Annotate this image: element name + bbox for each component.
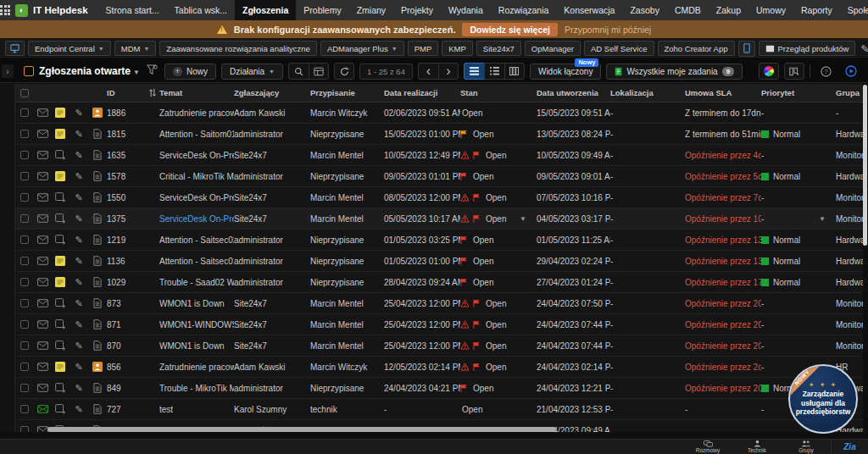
- table-row[interactable]: ✎1886Zatrudnienie pracownik...Adam Kawsk…: [15, 102, 863, 124]
- note-icon[interactable]: [51, 277, 70, 287]
- note-icon[interactable]: [51, 171, 70, 181]
- note-icon[interactable]: [51, 129, 70, 139]
- edit-icon[interactable]: ✎: [70, 256, 88, 267]
- menu-item-konserwacja[interactable]: Konserwacja: [556, 0, 622, 20]
- mail-icon[interactable]: [34, 363, 51, 371]
- request-subject[interactable]: Attention - Saitsec02 W...: [159, 235, 234, 245]
- app-logo[interactable]: ◐ IT Helpdesk: [10, 0, 98, 20]
- table-row[interactable]: ✎1375ServiceDesk On-Premis...Site24x7Mar…: [15, 208, 863, 230]
- mail-icon[interactable]: [34, 235, 51, 244]
- mail-icon[interactable]: [34, 257, 51, 265]
- add-note-icon[interactable]: [51, 298, 70, 308]
- document-icon[interactable]: [88, 213, 107, 224]
- add-note-icon[interactable]: [51, 340, 70, 351]
- product-button-admanager-plus[interactable]: ADManager Plus▼: [320, 41, 404, 56]
- color-theme-icon[interactable]: [759, 63, 779, 80]
- col-header-6[interactable]: Data utworzenia: [537, 88, 610, 97]
- mail-icon[interactable]: [34, 299, 51, 307]
- col-header-8[interactable]: Umowa SLA: [685, 88, 761, 97]
- request-subject[interactable]: Attention - Saitsec01 W...: [159, 257, 234, 266]
- col-header-7[interactable]: Lokalizacja: [610, 88, 685, 97]
- edit-icon[interactable]: ✎: [70, 192, 88, 203]
- col-header-4[interactable]: Data realizacji: [384, 88, 460, 97]
- request-id[interactable]: 1550: [107, 193, 146, 202]
- mail-icon[interactable]: [34, 341, 51, 350]
- row-checkbox[interactable]: [20, 130, 29, 138]
- refresh-icon[interactable]: [334, 63, 354, 80]
- edit-icon[interactable]: ✎: [70, 319, 88, 330]
- product-button-site24x7[interactable]: Site24x7: [476, 41, 521, 56]
- col-header-9[interactable]: Priorytet: [761, 88, 836, 97]
- request-subject[interactable]: Trouble - Saad02 Wind...: [159, 278, 234, 287]
- products-overview-button[interactable]: Przegląd produktów: [759, 41, 856, 56]
- row-checkbox[interactable]: [20, 278, 29, 286]
- horizontal-scrollbar[interactable]: [47, 427, 556, 432]
- edit-icon[interactable]: ✎: [70, 277, 88, 288]
- edit-icon[interactable]: ✎: [70, 383, 88, 394]
- product-button-ad-self-service[interactable]: AD Self Service: [584, 41, 654, 56]
- document-icon[interactable]: [88, 235, 107, 245]
- row-checkbox[interactable]: [20, 235, 29, 244]
- document-icon[interactable]: [88, 404, 107, 414]
- request-id[interactable]: 856: [107, 363, 146, 372]
- edit-icon[interactable]: ✎: [70, 150, 88, 161]
- menu-item-zmiany[interactable]: Zmiany: [349, 0, 393, 20]
- add-note-icon[interactable]: [51, 383, 70, 393]
- product-button-endpoint-central[interactable]: Endpoint Central▼: [28, 41, 111, 56]
- document-icon[interactable]: [88, 319, 107, 329]
- note-icon[interactable]: [51, 108, 70, 118]
- mail-icon[interactable]: [34, 172, 51, 180]
- table-row[interactable]: ✎1219Attention - Saitsec02 W...administr…: [15, 230, 863, 251]
- document-icon[interactable]: [88, 340, 107, 351]
- sort-icon[interactable]: [146, 88, 159, 97]
- edit-icon[interactable]: ✎: [70, 340, 88, 352]
- priority-dropdown-caret[interactable]: ▼: [819, 215, 832, 223]
- add-note-icon[interactable]: [51, 319, 70, 329]
- mail-icon[interactable]: [34, 320, 51, 329]
- view-grid-toggle[interactable]: [464, 63, 484, 80]
- request-id[interactable]: 871: [107, 320, 146, 329]
- row-checkbox[interactable]: [20, 193, 29, 202]
- request-id[interactable]: 849: [107, 384, 146, 393]
- request-subject[interactable]: Trouble - MikroTik MiKr...: [159, 384, 234, 393]
- request-subject[interactable]: ServiceDesk On-Premis...: [159, 214, 234, 224]
- col-header-id[interactable]: ID: [107, 88, 146, 97]
- menu-item-raporty[interactable]: Raporty: [793, 0, 840, 20]
- document-icon[interactable]: [88, 192, 107, 202]
- mobile-app-icon[interactable]: [738, 41, 755, 57]
- row-checkbox[interactable]: [20, 214, 29, 223]
- request-subject[interactable]: test: [159, 405, 234, 414]
- row-checkbox[interactable]: [20, 363, 29, 371]
- table-row[interactable]: ✎871WMON1-WINDOWS UP...Site24x7Marcin Me…: [15, 314, 863, 335]
- table-row[interactable]: ✎727testKarol Szumnytechnik-Open21/04/20…: [15, 399, 863, 420]
- search-rows-icon[interactable]: [288, 63, 309, 80]
- edit-icon[interactable]: ✎: [70, 129, 88, 140]
- product-button-pmp[interactable]: PMP: [408, 41, 439, 56]
- request-id[interactable]: 1136: [107, 257, 146, 266]
- mail-icon[interactable]: [34, 151, 51, 159]
- mail-icon[interactable]: [34, 108, 51, 117]
- request-id[interactable]: 1815: [107, 130, 146, 139]
- request-id[interactable]: 1375: [107, 214, 146, 224]
- edit-products-button[interactable]: ✎ 5: [860, 41, 868, 56]
- endpoint-device-icon[interactable]: [5, 41, 25, 56]
- menu-item-projekty[interactable]: Projekty: [393, 0, 441, 20]
- request-id[interactable]: 727: [107, 405, 146, 414]
- select-all-checkbox[interactable]: [20, 89, 29, 97]
- prev-page-button[interactable]: ‹: [418, 63, 438, 80]
- document-icon[interactable]: [88, 277, 107, 287]
- menu-item-zakup[interactable]: Zakup: [709, 0, 748, 20]
- add-note-icon[interactable]: [51, 192, 70, 202]
- mail-read-icon[interactable]: [34, 405, 51, 413]
- row-checkbox[interactable]: [20, 257, 29, 265]
- product-button-zaawansowane-rozwi-zania-analityczne[interactable]: Zaawansowane rozwiązania analityczne: [159, 41, 317, 56]
- table-row[interactable]: ✎1136Attention - Saitsec01 W...administr…: [15, 251, 863, 272]
- table-row[interactable]: ✎870WMON1 is DownSite24x7Marcin Mentel25…: [15, 335, 863, 357]
- add-note-icon[interactable]: [51, 213, 70, 224]
- view-columns-toggle[interactable]: [504, 63, 525, 80]
- bottombar-technik[interactable]: Technik: [732, 440, 782, 454]
- apps-grid-icon[interactable]: [0, 0, 10, 20]
- request-subject[interactable]: Critical - MikroTik MiKr...: [159, 172, 234, 181]
- request-id[interactable]: 1635: [107, 151, 146, 160]
- request-id[interactable]: 1886: [107, 108, 146, 118]
